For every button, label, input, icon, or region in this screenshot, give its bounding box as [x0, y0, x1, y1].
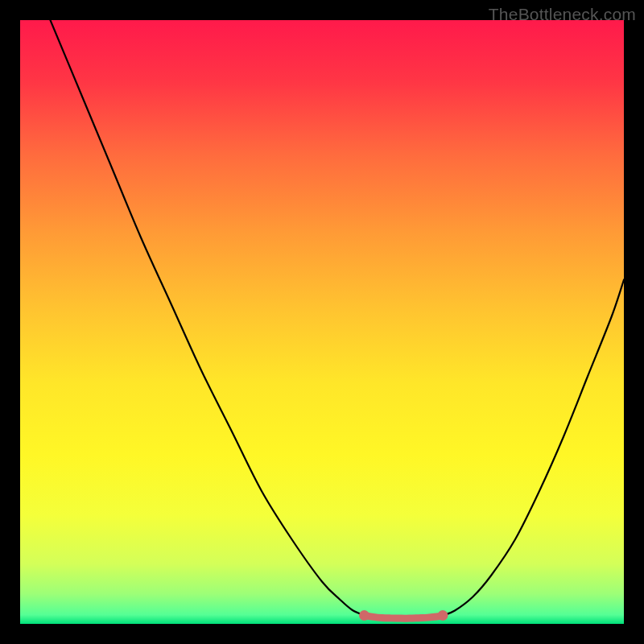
marker-endcap-0 — [359, 610, 369, 621]
marker-endcap-1 — [438, 610, 448, 621]
plot-area — [20, 20, 624, 624]
chart-container: TheBottleneck.com — [0, 0, 644, 644]
gradient-background — [20, 20, 624, 624]
chart-svg — [20, 20, 624, 624]
marker-band — [365, 616, 444, 619]
